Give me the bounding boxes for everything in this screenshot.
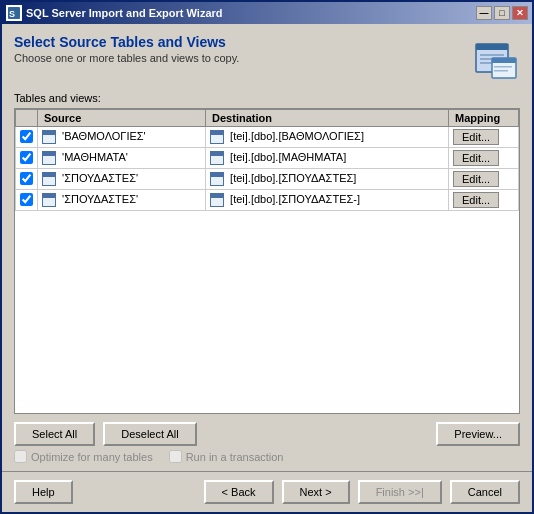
svg-rect-4	[480, 54, 504, 56]
destination-table-icon	[210, 172, 224, 186]
select-all-button[interactable]: Select All	[14, 422, 95, 446]
row-checkbox-cell	[16, 190, 38, 211]
edit-mapping-button[interactable]: Edit...	[453, 192, 499, 208]
back-button[interactable]: < Back	[204, 480, 274, 504]
title-bar: S SQL Server Import and Export Wizard — …	[2, 2, 532, 24]
svg-rect-3	[476, 44, 508, 50]
app-icon: S	[6, 5, 22, 21]
footer: Help < Back Next > Finish >>| Cancel	[2, 471, 532, 512]
row-mapping: Edit...	[449, 127, 519, 148]
optimize-checkbox	[14, 450, 27, 463]
section-label: Tables and views:	[14, 92, 520, 104]
svg-rect-9	[494, 66, 512, 68]
row-checkbox[interactable]	[20, 172, 33, 185]
header-section: Select Source Tables and Views Choose on…	[14, 34, 520, 82]
row-source: 'ΣΠΟΥΔΑΣΤΕΣ'	[38, 190, 206, 211]
finish-button[interactable]: Finish >>|	[358, 480, 442, 504]
row-source: 'ΜΑΘΗΜΑΤΑ'	[38, 148, 206, 169]
table-row: 'ΣΠΟΥΔΑΣΤΕΣ' [tei].[dbo].[ΣΠΟΥΔΑΣΤΕΣ]Edi…	[16, 169, 519, 190]
col-source: Source	[38, 110, 206, 127]
destination-table-icon	[210, 193, 224, 207]
row-checkbox[interactable]	[20, 151, 33, 164]
close-button[interactable]: ✕	[512, 6, 528, 20]
row-mapping: Edit...	[449, 148, 519, 169]
edit-mapping-button[interactable]: Edit...	[453, 171, 499, 187]
wizard-icon	[472, 34, 520, 82]
row-checkbox-cell	[16, 127, 38, 148]
table-row: 'ΒΑΘΜΟΛΟΓΙΕΣ' [tei].[dbo].[ΒΑΘΜΟΛΟΓΙΕΣ]E…	[16, 127, 519, 148]
row-mapping: Edit...	[449, 169, 519, 190]
page-title: Select Source Tables and Views	[14, 34, 464, 50]
page-subtitle: Choose one or more tables and views to c…	[14, 52, 464, 64]
window-title: SQL Server Import and Export Wizard	[26, 7, 476, 19]
row-checkbox[interactable]	[20, 130, 33, 143]
row-source: 'ΣΠΟΥΔΑΣΤΕΣ'	[38, 169, 206, 190]
destination-table-icon	[210, 151, 224, 165]
transaction-checkbox	[169, 450, 182, 463]
minimize-button[interactable]: —	[476, 6, 492, 20]
cancel-button[interactable]: Cancel	[450, 480, 520, 504]
tables-views-table: Source Destination Mapping 'ΒΑΘΜΟΛΟΓΙΕΣ'…	[15, 109, 519, 211]
svg-rect-10	[494, 70, 508, 72]
row-destination: [tei].[dbo].[ΣΠΟΥΔΑΣΤΕΣ-]	[206, 190, 449, 211]
source-table-icon	[42, 151, 56, 165]
row-checkbox-cell	[16, 169, 38, 190]
row-destination: [tei].[dbo].[ΣΠΟΥΔΑΣΤΕΣ]	[206, 169, 449, 190]
optimize-label: Optimize for many tables	[14, 450, 153, 463]
deselect-all-button[interactable]: Deselect All	[103, 422, 196, 446]
source-table-icon	[42, 172, 56, 186]
preview-button[interactable]: Preview...	[436, 422, 520, 446]
svg-rect-8	[492, 58, 516, 63]
col-checkbox	[16, 110, 38, 127]
table-row: 'ΣΠΟΥΔΑΣΤΕΣ' [tei].[dbo].[ΣΠΟΥΔΑΣΤΕΣ-]Ed…	[16, 190, 519, 211]
next-button[interactable]: Next >	[282, 480, 350, 504]
transaction-label: Run in a transaction	[169, 450, 284, 463]
col-mapping: Mapping	[449, 110, 519, 127]
maximize-button[interactable]: □	[494, 6, 510, 20]
row-destination: [tei].[dbo].[ΒΑΘΜΟΛΟΓΙΕΣ]	[206, 127, 449, 148]
options-row: Optimize for many tables Run in a transa…	[14, 450, 520, 463]
help-button[interactable]: Help	[14, 480, 73, 504]
row-destination: [tei].[dbo].[ΜΑΘΗΜΑΤΑ]	[206, 148, 449, 169]
row-source: 'ΒΑΘΜΟΛΟΓΙΕΣ'	[38, 127, 206, 148]
tables-views-container[interactable]: Source Destination Mapping 'ΒΑΘΜΟΛΟΓΙΕΣ'…	[14, 108, 520, 414]
destination-table-icon	[210, 130, 224, 144]
row-checkbox-cell	[16, 148, 38, 169]
main-window: S SQL Server Import and Export Wizard — …	[0, 0, 534, 514]
svg-text:S: S	[9, 9, 15, 19]
table-header-row: Source Destination Mapping	[16, 110, 519, 127]
edit-mapping-button[interactable]: Edit...	[453, 129, 499, 145]
table-row: 'ΜΑΘΗΜΑΤΑ' [tei].[dbo].[ΜΑΘΗΜΑΤΑ]Edit...	[16, 148, 519, 169]
content-area: Select Source Tables and Views Choose on…	[2, 24, 532, 471]
header-text: Select Source Tables and Views Choose on…	[14, 34, 464, 64]
col-destination: Destination	[206, 110, 449, 127]
row-mapping: Edit...	[449, 190, 519, 211]
source-table-icon	[42, 193, 56, 207]
window-controls: — □ ✕	[476, 6, 528, 20]
main-area: Tables and views: Source Destination Map…	[14, 92, 520, 463]
source-table-icon	[42, 130, 56, 144]
edit-mapping-button[interactable]: Edit...	[453, 150, 499, 166]
row-checkbox[interactable]	[20, 193, 33, 206]
action-buttons-row: Select All Deselect All Preview...	[14, 422, 520, 446]
